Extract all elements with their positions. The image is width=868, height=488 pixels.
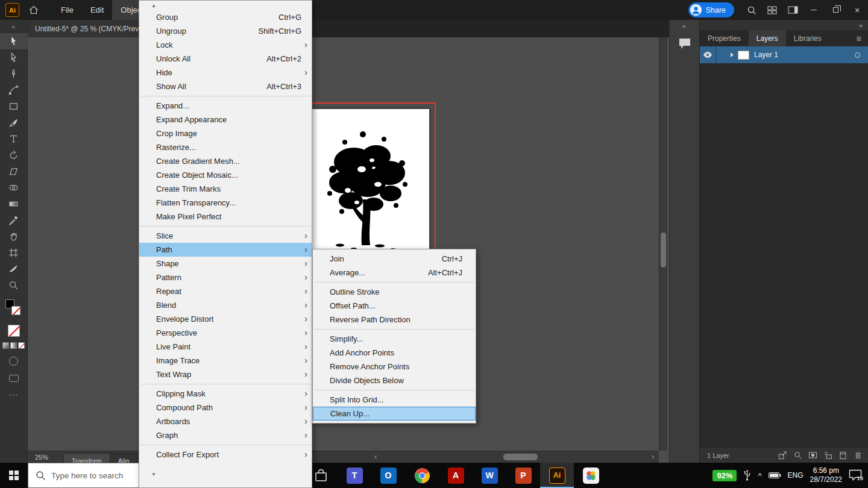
menu-item-image-trace[interactable]: Image Trace›	[139, 354, 312, 368]
gradient-button[interactable]	[10, 342, 17, 349]
menu-item-rasterize[interactable]: Rasterize...	[139, 140, 312, 154]
paintbrush-tool[interactable]	[0, 114, 28, 131]
menu-item-graph[interactable]: Graph›	[139, 428, 312, 442]
submenu-item-divide-objects-below[interactable]: Divide Objects Below	[313, 374, 476, 387]
show-hidden-icons-caret[interactable]: ^	[758, 471, 761, 480]
color-button[interactable]	[2, 342, 9, 349]
menu-item-shape[interactable]: Shape›	[139, 257, 312, 271]
rectangle-tool[interactable]	[0, 98, 28, 114]
panel-menu-icon[interactable]: ≡	[850, 30, 868, 46]
make-clipping-mask-icon[interactable]	[808, 451, 817, 460]
tools-expand-icon[interactable]: »	[0, 20, 27, 33]
scroll-left-icon[interactable]: ‹	[374, 452, 377, 461]
menu-item-hide[interactable]: Hide›	[139, 66, 312, 80]
locate-object-icon[interactable]	[793, 451, 802, 460]
menu-item-ungroup[interactable]: UngroupShift+Ctrl+G	[139, 24, 312, 38]
curvature-tool[interactable]	[0, 82, 28, 98]
tab-libraries[interactable]: Libraries	[786, 30, 829, 46]
collect-for-export-icon[interactable]	[778, 451, 787, 460]
pen-tool[interactable]	[0, 66, 28, 82]
language-indicator[interactable]: ENG	[788, 471, 804, 480]
submenu-item-offset-path[interactable]: Offset Path...	[313, 299, 476, 313]
menu-item-slice[interactable]: Slice›	[139, 229, 312, 243]
menu-item-collect-for-export[interactable]: Collect For Export›	[139, 448, 312, 461]
layer-target-circle[interactable]	[855, 52, 860, 58]
eraser-tool[interactable]	[0, 163, 28, 180]
menu-item-expand-appearance[interactable]: Expand Appearance	[139, 113, 312, 127]
menu-item-compound-path[interactable]: Compound Path›	[139, 401, 312, 414]
menu-item-text-wrap[interactable]: Text Wrap›	[139, 368, 312, 381]
hand-tool[interactable]	[0, 228, 28, 245]
menu-item-artboards[interactable]: Artboards›	[139, 414, 312, 428]
layer-expand-chevron-icon[interactable]	[731, 52, 734, 57]
arrange-documents-icon[interactable]	[762, 0, 782, 20]
search-icon[interactable]	[741, 0, 762, 20]
menu-scroll-up[interactable]: ▲	[139, 1, 312, 10]
slice-tool[interactable]	[0, 261, 28, 277]
chrome-app-icon[interactable]	[405, 463, 439, 488]
none-button[interactable]	[18, 342, 25, 349]
layer-row[interactable]: Layer 1	[700, 46, 868, 63]
menu-item-envelope-distort[interactable]: Envelope Distort›	[139, 312, 312, 326]
scroll-right-icon[interactable]: ›	[652, 452, 654, 461]
submenu-item-join[interactable]: JoinCtrl+J	[313, 252, 476, 266]
powerpoint-app-icon[interactable]: P	[506, 463, 540, 488]
menu-item-blend[interactable]: Blend›	[139, 298, 312, 312]
submenu-item-remove-anchor-points[interactable]: Remove Anchor Points	[313, 360, 476, 374]
stroke-none-swatch[interactable]	[8, 325, 20, 337]
menu-item-make-pixel-perfect[interactable]: Make Pixel Perfect	[139, 210, 312, 224]
menu-item-clipping-mask[interactable]: Clipping Mask›	[139, 387, 312, 401]
rotate-tool[interactable]	[0, 147, 28, 163]
submenu-item-outline-stroke[interactable]: Outline Stroke	[313, 285, 476, 299]
edit-toolbar-button[interactable]: ···	[9, 390, 19, 399]
share-button[interactable]: Share	[688, 2, 734, 17]
fill-stroke-indicator[interactable]	[0, 298, 28, 322]
delete-layer-icon[interactable]	[853, 451, 863, 460]
direct-selection-tool[interactable]	[0, 49, 28, 66]
new-sublayer-icon[interactable]	[823, 451, 832, 460]
vertical-scrollbar-thumb[interactable]	[661, 233, 666, 267]
zoom-level[interactable]: 25%	[28, 454, 48, 461]
close-button[interactable]: ×	[846, 0, 868, 20]
tab-layers[interactable]: Layers	[749, 30, 786, 46]
menu-item-create-gradient-mesh[interactable]: Create Gradient Mesh...	[139, 154, 312, 168]
minimize-button[interactable]	[803, 0, 825, 20]
teams-app-icon[interactable]: T	[338, 463, 371, 488]
menu-item-live-paint[interactable]: Live Paint›	[139, 340, 312, 354]
usb-tray-icon[interactable]	[743, 469, 751, 481]
submenu-item-simplify[interactable]: Simplify...	[313, 332, 476, 346]
battery-percent-badge[interactable]: 92%	[712, 470, 737, 481]
menu-item-lock[interactable]: Lock›	[139, 38, 312, 52]
submenu-item-clean-up[interactable]: Clean Up...	[313, 407, 476, 421]
word-app-icon[interactable]: W	[473, 463, 506, 488]
submenu-item-reverse-path-direction[interactable]: Reverse Path Direction	[313, 313, 476, 327]
menu-item-create-object-mosaic[interactable]: Create Object Mosaic...	[139, 168, 312, 182]
start-button[interactable]	[0, 463, 28, 488]
menu-item-perspective[interactable]: Perspective›	[139, 326, 312, 340]
menu-item-expand[interactable]: Expand...	[139, 99, 312, 113]
vertical-scrollbar[interactable]	[659, 37, 667, 451]
workspace-switcher-icon[interactable]	[782, 0, 803, 20]
type-tool[interactable]	[0, 131, 28, 147]
acrobat-app-icon[interactable]: A	[439, 463, 473, 488]
layer-thumbnail[interactable]	[738, 51, 749, 60]
notification-center-icon[interactable]: 19	[849, 469, 863, 481]
comments-panel-icon[interactable]	[676, 36, 694, 51]
gradient-tool[interactable]	[0, 196, 28, 212]
photos-app-icon[interactable]	[574, 463, 608, 488]
outlook-app-icon[interactable]: O	[371, 463, 405, 488]
menu-item-group[interactable]: GroupCtrl+G	[139, 10, 312, 24]
artboard-tool[interactable]	[0, 245, 28, 261]
expand-panels-icon[interactable]: «	[670, 20, 699, 32]
zoom-tool[interactable]	[0, 277, 28, 293]
visibility-eye-icon[interactable]	[700, 46, 716, 63]
menu-item-repeat[interactable]: Repeat›	[139, 284, 312, 298]
home-icon[interactable]	[25, 0, 43, 20]
menu-item-path[interactable]: Path›	[139, 243, 312, 257]
submenu-item-average[interactable]: Average...Alt+Ctrl+J	[313, 266, 476, 280]
tab-properties[interactable]: Properties	[700, 30, 749, 46]
menu-item-crop-image[interactable]: Crop Image	[139, 127, 312, 140]
collapse-panels-icon[interactable]: »	[700, 20, 868, 30]
menu-item-pattern[interactable]: Pattern›	[139, 271, 312, 284]
screen-mode-button[interactable]	[9, 375, 19, 382]
